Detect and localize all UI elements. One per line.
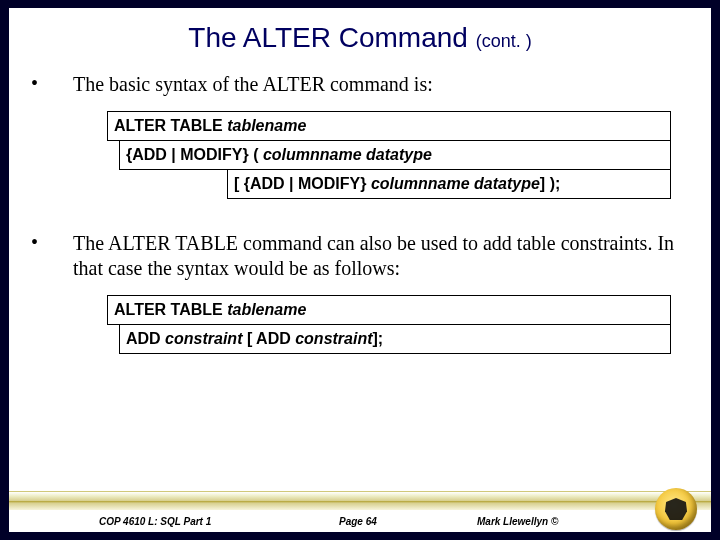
bullet-item: • The ALTER TABLE command can also be us… — [29, 231, 681, 281]
syntax-box: {ADD | MODIFY} ( columnname datatype — [119, 140, 671, 170]
syntax-ident: constraint — [295, 330, 372, 347]
syntax-ident: columnname datatype — [263, 146, 432, 163]
syntax-group-2: ALTER TABLE tablename ADD constraint [ A… — [107, 295, 671, 354]
syntax-box: ADD constraint [ ADD constraint]; — [119, 324, 671, 354]
syntax-suffix: ]; — [373, 330, 384, 347]
slide-footer: COP 4610 L: SQL Part 1 Page 64 Mark Llew… — [9, 488, 711, 532]
footer-bar — [9, 491, 711, 511]
bullet-symbol: • — [29, 231, 73, 281]
bullet-item: • The basic syntax of the ALTER command … — [29, 72, 681, 97]
footer-author: Mark Llewellyn © — [477, 516, 558, 527]
syntax-keyword: {ADD | MODIFY} ( — [126, 146, 263, 163]
syntax-box: ALTER TABLE tablename — [107, 295, 671, 325]
footer-course: COP 4610 L: SQL Part 1 — [99, 516, 211, 527]
syntax-keyword: ALTER TABLE — [114, 117, 227, 134]
bullet-text: The basic syntax of the ALTER command is… — [73, 72, 681, 97]
slide-content: • The basic syntax of the ALTER command … — [9, 72, 711, 354]
syntax-ident: tablename — [227, 301, 306, 318]
syntax-keyword: ADD — [126, 330, 165, 347]
syntax-ident: constraint — [165, 330, 242, 347]
slide: The ALTER Command (cont. ) • The basic s… — [9, 8, 711, 532]
title-main: The ALTER Command — [188, 22, 475, 53]
syntax-box: [ {ADD | MODIFY} columnname datatype] ); — [227, 169, 671, 199]
syntax-keyword: ALTER TABLE — [114, 301, 227, 318]
syntax-group-1: ALTER TABLE tablename {ADD | MODIFY} ( c… — [107, 111, 671, 199]
syntax-keyword: [ {ADD | MODIFY} — [234, 175, 371, 192]
bullet-symbol: • — [29, 72, 73, 97]
syntax-mid: [ ADD — [242, 330, 295, 347]
syntax-ident: columnname datatype — [371, 175, 540, 192]
slide-title: The ALTER Command (cont. ) — [9, 22, 711, 54]
university-logo-icon — [655, 488, 697, 530]
syntax-ident: tablename — [227, 117, 306, 134]
bullet-text: The ALTER TABLE command can also be used… — [73, 231, 681, 281]
title-sub: (cont. ) — [476, 31, 532, 51]
syntax-suffix: ] ); — [540, 175, 560, 192]
syntax-box: ALTER TABLE tablename — [107, 111, 671, 141]
footer-page: Page 64 — [339, 516, 377, 527]
